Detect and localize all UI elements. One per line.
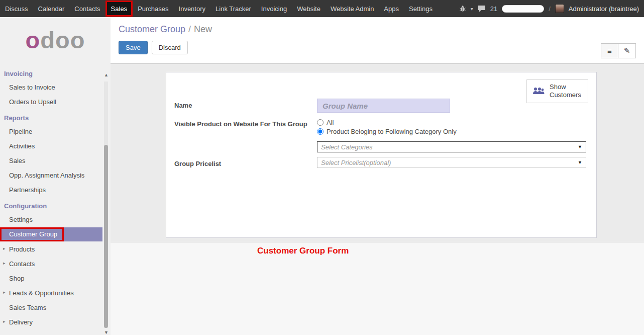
messages-count[interactable]: 21 [490, 5, 497, 13]
edit-icon: ✎ [624, 46, 630, 55]
timer-widget[interactable] [502, 5, 544, 13]
expand-triangle-icon: ▸ [3, 261, 6, 266]
form-view-button[interactable]: ✎ [618, 43, 636, 58]
odoo-logo[interactable]: odoo [0, 17, 111, 65]
list-icon: ≡ [607, 47, 612, 55]
sidebar-menu: Invoicing Sales to Invoice Orders to Ups… [0, 65, 111, 329]
menu-calendar[interactable]: Calendar [33, 0, 70, 17]
radio-category-only[interactable]: Product Beloging to Following Category O… [317, 128, 586, 135]
breadcrumb-customer-group[interactable]: Customer Group [119, 24, 185, 34]
expand-triangle-icon: ▸ [3, 290, 6, 295]
top-menubar: Discuss Calendar Contacts Sales Purchase… [0, 0, 644, 17]
categories-select-placeholder: Select Categories [321, 143, 373, 151]
radio-all[interactable]: All [317, 119, 586, 126]
menu-link-tracker[interactable]: Link Tracker [210, 0, 256, 17]
sidebar-item-label: Delivery [9, 318, 33, 326]
expand-triangle-icon: ▸ [3, 246, 6, 251]
visible-product-label: Visible Product on Website For This Grou… [174, 117, 309, 137]
app-menus: Discuss Calendar Contacts Sales Purchase… [0, 0, 438, 17]
debug-caret-down-icon[interactable]: ▾ [471, 6, 473, 12]
chevron-down-icon: ▼ [578, 160, 582, 165]
radio-category-only-label: Product Beloging to Following Category O… [327, 128, 457, 135]
radio-all-label: All [327, 119, 334, 126]
name-label: Name [174, 99, 309, 113]
sidebar-item-delivery[interactable]: ▸Delivery [0, 315, 111, 329]
sidebar-item-sales[interactable]: Sales [0, 153, 111, 168]
sidebar-item-shop[interactable]: Shop [0, 271, 111, 286]
menu-discuss[interactable]: Discuss [0, 0, 33, 17]
sidebar-section-configuration: Configuration [0, 197, 111, 212]
sidebar-item-orders-to-upsell[interactable]: Orders to Upsell [0, 95, 111, 109]
main-header: Customer Group/New Save Discard ≡ ✎ [111, 17, 644, 64]
breadcrumb-separator: / [188, 24, 191, 34]
annotation-caption: Customer Group Form [257, 246, 349, 256]
menu-settings[interactable]: Settings [404, 0, 438, 17]
scroll-up-icon[interactable]: ▲ [104, 72, 109, 77]
sidebar-section-invoicing: Invoicing [0, 65, 111, 80]
sidebar-item-label: Contacts [9, 260, 35, 268]
sidebar-item-contacts[interactable]: ▸Contacts [0, 257, 111, 271]
avatar[interactable] [555, 4, 564, 13]
radio-all-input[interactable] [317, 119, 324, 126]
group-name-input[interactable] [317, 99, 450, 113]
content-area: Show Customers Name Visible Product on W… [111, 64, 644, 335]
sidebar-section-reports: Reports [0, 109, 111, 124]
visible-product-radio-group: All Product Beloging to Following Catego… [317, 117, 586, 137]
messages-icon[interactable] [478, 5, 486, 12]
show-customers-button[interactable]: Show Customers [526, 79, 588, 103]
form-fields: Name Visible Product on Website For This… [166, 99, 596, 168]
sidebar-item-pipeline[interactable]: Pipeline [0, 124, 111, 139]
show-customers-label: Show Customers [550, 83, 583, 100]
breadcrumb-new: New [194, 24, 212, 34]
customer-group-form-sheet: Show Customers Name Visible Product on W… [166, 72, 597, 238]
group-people-icon [532, 86, 545, 96]
sidebar-item-activities[interactable]: Activities [0, 139, 111, 153]
categories-select[interactable]: Select Categories ▼ [317, 141, 586, 152]
group-pricelist-label: Group Pricelist [174, 157, 309, 168]
odoo-logo-first-letter: o [26, 27, 41, 53]
expand-triangle-icon: ▸ [3, 319, 6, 324]
odoo-logo-rest: doo [40, 27, 85, 53]
menu-apps[interactable]: Apps [379, 0, 404, 17]
pricelist-select[interactable]: Select Pricelist(optional) ▼ [317, 157, 586, 168]
sidebar-item-sales-teams[interactable]: Sales Teams [0, 300, 111, 315]
sidebar-item-products[interactable]: ▸Products [0, 242, 111, 257]
pricelist-select-placeholder: Select Pricelist(optional) [321, 159, 391, 166]
debug-bug-icon[interactable] [459, 5, 466, 12]
sidebar: odoo Invoicing Sales to Invoice Orders t… [0, 17, 111, 335]
discard-button[interactable]: Discard [152, 41, 188, 54]
sidebar-item-partnerships[interactable]: Partnerships [0, 183, 111, 197]
view-switcher: ≡ ✎ [601, 43, 636, 58]
menu-invoicing[interactable]: Invoicing [256, 0, 292, 17]
menu-contacts[interactable]: Contacts [69, 0, 105, 17]
sidebar-item-settings[interactable]: Settings [0, 212, 111, 227]
menu-inventory[interactable]: Inventory [174, 0, 210, 17]
sidebar-item-sales-to-invoice[interactable]: Sales to Invoice [0, 80, 111, 95]
save-button[interactable]: Save [119, 41, 148, 54]
sidebar-item-label: Leads & Opportunities [9, 289, 74, 297]
form-button-row: Save Discard [111, 35, 644, 54]
scroll-down-icon[interactable]: ▼ [104, 330, 109, 335]
customer-group-annotation-box: Customer Group [0, 227, 64, 241]
breadcrumb: Customer Group/New [111, 17, 644, 35]
sidebar-item-label: Products [9, 245, 35, 253]
radio-category-only-input[interactable] [317, 128, 324, 135]
systray: ▾ 21 / Administrator (braintree) [459, 0, 644, 17]
sidebar-item-opp-assignment-analysis[interactable]: Opp. Assignment Analysis [0, 168, 111, 183]
menu-purchases[interactable]: Purchases [133, 0, 173, 17]
user-menu[interactable]: Administrator (braintree) [569, 5, 639, 13]
menu-website-admin[interactable]: Website Admin [326, 0, 379, 17]
menu-sales[interactable]: Sales [105, 1, 133, 17]
content-lower-strip [111, 242, 644, 335]
list-view-button[interactable]: ≡ [601, 43, 618, 58]
systray-separator: / [549, 5, 551, 13]
sidebar-item-leads-opportunities[interactable]: ▸Leads & Opportunities [0, 286, 111, 300]
sidebar-scrollbar-thumb[interactable] [104, 145, 108, 328]
sidebar-item-customer-group[interactable]: Customer Group [0, 227, 102, 241]
chevron-down-icon: ▼ [578, 144, 582, 149]
menu-website[interactable]: Website [292, 0, 326, 17]
